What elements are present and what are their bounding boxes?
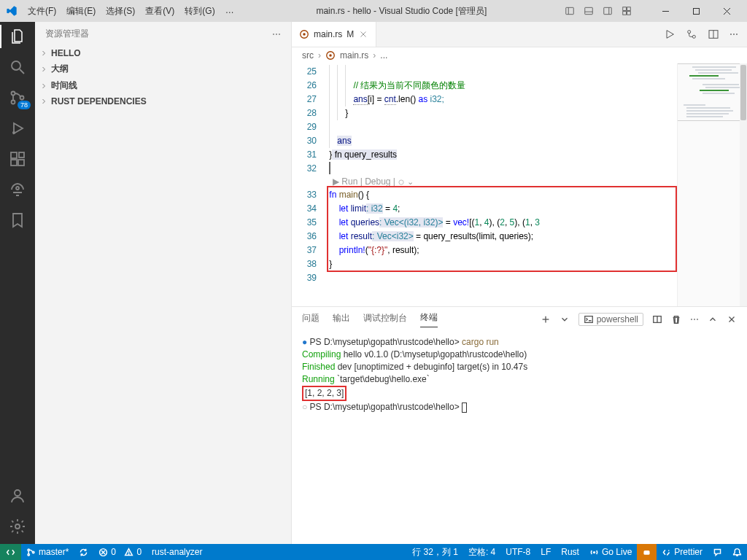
layout-panel-icon[interactable] xyxy=(584,6,594,16)
rust-file-icon xyxy=(299,29,309,39)
svg-point-47 xyxy=(28,549,29,551)
kill-terminal-icon[interactable] xyxy=(671,314,681,324)
svg-point-29 xyxy=(303,33,306,36)
search-icon[interactable] xyxy=(9,58,26,76)
indent-status[interactable]: 空格: 4 xyxy=(463,544,500,560)
panel-tab-terminal[interactable]: 终端 xyxy=(420,311,438,327)
layout-secondary-icon[interactable] xyxy=(603,6,613,16)
remote-button[interactable] xyxy=(0,544,21,560)
minimap[interactable] xyxy=(677,63,747,306)
extensions-icon[interactable] xyxy=(9,150,26,168)
editor-more-icon[interactable]: ⋯ xyxy=(729,29,738,39)
svg-point-54 xyxy=(128,553,129,554)
svg-rect-23 xyxy=(18,160,24,166)
menu-view[interactable]: 查看(V) xyxy=(141,2,179,20)
svg-rect-11 xyxy=(693,8,699,14)
panel-tab-debug-console[interactable]: 调试控制台 xyxy=(363,312,407,327)
encoding-status[interactable]: UTF-8 xyxy=(500,544,535,560)
svg-rect-2 xyxy=(585,7,593,14)
terminal[interactable]: ● PS D:\mysetup\gopath\rustcode\hello> c… xyxy=(292,332,747,544)
language-status[interactable]: Rust xyxy=(556,544,584,560)
layout-primary-icon[interactable] xyxy=(565,6,575,16)
svg-point-20 xyxy=(12,131,15,134)
branch-status[interactable]: master* xyxy=(21,544,74,560)
vscode-logo xyxy=(6,5,18,17)
svg-rect-7 xyxy=(627,7,631,11)
svg-rect-22 xyxy=(11,160,17,166)
menu-edit[interactable]: 编辑(E) xyxy=(62,2,100,20)
eol-status[interactable]: LF xyxy=(535,544,556,560)
svg-rect-4 xyxy=(604,7,612,14)
svg-point-59 xyxy=(668,550,670,551)
sidebar-timeline[interactable]: 时间线 xyxy=(35,77,291,94)
maximize-button[interactable] xyxy=(681,1,711,21)
svg-point-16 xyxy=(12,92,15,96)
terminal-dropdown-icon[interactable] xyxy=(560,314,570,324)
prettier-status[interactable]: Prettier xyxy=(657,544,708,560)
svg-point-26 xyxy=(15,490,20,496)
panel-maximize-icon[interactable] xyxy=(708,314,718,324)
panel-tab-output[interactable]: 输出 xyxy=(333,312,350,327)
sync-status[interactable] xyxy=(74,544,93,560)
svg-rect-8 xyxy=(623,12,627,15)
panel-tab-problems[interactable]: 问题 xyxy=(302,312,320,327)
svg-point-34 xyxy=(692,35,695,38)
svg-marker-19 xyxy=(14,123,23,133)
rust-file-icon xyxy=(325,50,336,61)
sidebar-hello[interactable]: HELLO xyxy=(35,46,291,61)
svg-marker-32 xyxy=(667,31,673,39)
notifications-icon[interactable] xyxy=(727,544,747,560)
window-title: main.rs - hello - Visual Studio Code [管理… xyxy=(239,5,565,18)
svg-rect-24 xyxy=(19,152,24,158)
svg-point-55 xyxy=(593,551,595,553)
scm-icon[interactable]: 78 xyxy=(9,89,26,106)
close-button[interactable] xyxy=(712,1,741,21)
settings-gear-icon[interactable] xyxy=(9,518,26,535)
accounts-icon[interactable] xyxy=(9,487,26,505)
menu-file[interactable]: 文件(F) xyxy=(23,2,61,20)
svg-line-15 xyxy=(20,69,24,74)
terminal-profile[interactable]: powershell xyxy=(578,313,643,326)
explorer-icon[interactable] xyxy=(9,28,26,45)
sidebar-title: 资源管理器 xyxy=(45,28,272,40)
feedback-icon[interactable] xyxy=(708,544,727,560)
panel-more-icon[interactable]: ⋯ xyxy=(690,314,699,324)
menu-selection[interactable]: 选择(S) xyxy=(101,2,139,20)
cursor-position[interactable]: 行 32，列 1 xyxy=(407,544,463,560)
menu-more[interactable]: … xyxy=(221,2,239,20)
svg-rect-0 xyxy=(566,7,574,14)
svg-point-33 xyxy=(688,31,691,34)
tab-main-rs[interactable]: main.rs M xyxy=(292,22,376,47)
menu-bar: 文件(F) 编辑(E) 选择(S) 查看(V) 转到(G) … xyxy=(23,2,239,20)
sidebar-rust-deps[interactable]: RUST DEPENDENCIES xyxy=(35,94,291,109)
svg-rect-21 xyxy=(11,152,17,158)
svg-point-57 xyxy=(645,551,646,553)
code-editor[interactable]: // 结果为当前不同颜色的数量 ans[i] = cnt.len() as i3… xyxy=(327,63,677,306)
minimize-button[interactable] xyxy=(651,1,680,21)
split-terminal-icon[interactable] xyxy=(652,314,662,324)
bookmark-icon[interactable] xyxy=(9,211,26,229)
new-terminal-icon[interactable] xyxy=(541,314,551,324)
svg-point-25 xyxy=(16,187,19,190)
run-icon[interactable] xyxy=(664,28,676,40)
sidebar-outline[interactable]: 大纲 xyxy=(35,61,291,77)
split-icon[interactable] xyxy=(708,28,719,40)
customize-layout-icon[interactable] xyxy=(622,6,632,16)
breadcrumb[interactable]: src› main.rs›... xyxy=(292,47,747,63)
panel-close-icon[interactable] xyxy=(727,314,737,324)
sidebar-more-icon[interactable]: ⋯ xyxy=(272,29,281,39)
copilot-status[interactable] xyxy=(637,544,657,560)
svg-point-39 xyxy=(399,180,403,184)
go-live-button[interactable]: Go Live xyxy=(584,544,637,560)
codelens[interactable]: ▶ Run | Debug | ⌄ xyxy=(327,176,677,188)
svg-point-38 xyxy=(329,54,332,57)
svg-point-27 xyxy=(15,524,20,529)
menu-go[interactable]: 转到(G) xyxy=(180,2,219,20)
tab-label: main.rs xyxy=(314,29,342,39)
problems-status[interactable]: 0 0 xyxy=(93,544,147,560)
lsp-status[interactable]: rust-analyzer xyxy=(147,544,207,560)
remote-explorer-icon[interactable] xyxy=(9,181,26,198)
diff-icon[interactable] xyxy=(686,28,697,40)
tab-close-icon[interactable] xyxy=(358,29,368,39)
debug-icon[interactable] xyxy=(9,120,26,137)
